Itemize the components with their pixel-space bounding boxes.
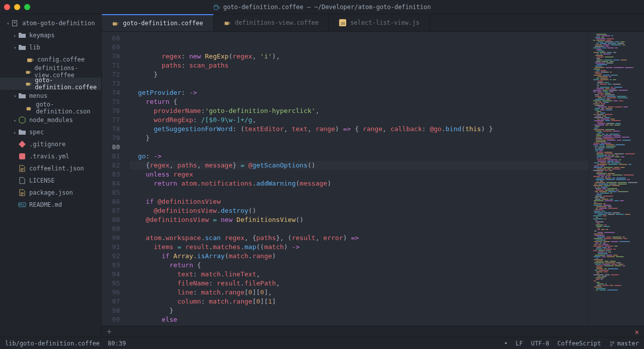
code-line[interactable] [130,224,589,234]
tree-item-README-md[interactable]: README.md [0,199,101,211]
status-language[interactable]: CoffeeScript [557,340,601,347]
folder-icon [18,128,26,136]
tree-item--travis-yml[interactable]: .travis.yml [0,150,101,162]
code-line[interactable]: } [130,134,589,143]
tab-goto-definition-coffee[interactable]: goto-definition.coffee [102,14,214,31]
status-line-ending[interactable]: LF [516,340,523,347]
tree-item-spec[interactable]: ▸spec [0,126,101,138]
line-number: 68 [102,34,120,43]
code-line[interactable]: return atom.notifications.addWarning(mes… [130,179,589,188]
tree-item-config-coffee[interactable]: config.coffee [0,53,101,66]
line-number: 91 [102,243,120,252]
code-line[interactable]: @definitionsView.destroy() [130,206,589,215]
tree-item-label: keymaps [29,32,55,39]
coffee-icon [213,4,220,11]
tree-root[interactable]: ▾ atom-goto-definition [0,17,101,29]
code-line[interactable]: return { [130,97,589,106]
line-number: 93 [102,261,120,270]
code-content[interactable]: regex: new RegExp(regex, 'i'), paths: sc… [126,32,589,326]
tree-item-menus[interactable]: ▾menus [0,90,101,102]
tree-item-label: goto-definition.coffee [35,77,101,91]
code-line[interactable]: items = result.matches.map((match) -> [130,243,589,252]
line-number: 82 [102,161,120,170]
file-tree-sidebar[interactable]: ▾ atom-goto-definition ▸keymaps▾lib conf… [0,14,102,337]
line-number: 84 [102,179,120,188]
tab-bar[interactable]: goto-definition.coffeedefinitions-view.c… [102,14,644,32]
line-number: 85 [102,188,120,197]
chevron-icon: ▸ [12,130,18,135]
line-number: 95 [102,279,120,288]
tree-item-keymaps[interactable]: ▸keymaps [0,29,101,41]
tree-item-package-json[interactable]: package.json [0,187,101,199]
code-line[interactable]: line: match.range[0][0], [130,288,589,297]
status-git-branch[interactable]: master [609,340,639,347]
code-line[interactable]: all_lines = match.match.input.split(/\r\… [130,324,589,326]
folder-icon [18,31,26,39]
line-number: 96 [102,288,120,297]
status-modified-dot: • [504,340,507,347]
code-line[interactable]: regex: new RegExp(regex, 'i'), [130,52,589,61]
code-line[interactable]: else [130,315,589,324]
code-line[interactable]: atom.workspace.scan regex, {paths}, (res… [130,234,589,243]
code-line[interactable]: if Array.isArray(match.range) [130,252,589,261]
tree-item-goto-definition-cson[interactable]: goto-definition.cson [0,102,101,114]
code-line[interactable]: if @definitionsView [130,197,589,206]
svg-rect-2 [26,83,30,86]
code-line[interactable]: getSuggestionForWord: (textEditor, text,… [130,125,589,134]
code-line[interactable] [130,188,589,197]
code-line[interactable]: providerName:'goto-definition-hyperclick… [130,106,589,115]
tree-item-goto-definition-coffee[interactable]: goto-definition.coffee [0,78,101,90]
line-number: 90 [102,234,120,243]
editor-area: goto-definition.coffeedefinitions-view.c… [102,14,644,337]
line-number: 87 [102,206,120,215]
tab-definitions-view-coffee[interactable]: definitions-view.coffee [214,14,329,31]
code-line[interactable]: text: match.lineText, [130,270,589,279]
tab-select-list-view-js[interactable]: JSselect-list-view.js [329,14,430,31]
close-panel-button[interactable]: ✕ [635,328,639,336]
tree-item-label: lib [29,44,40,51]
code-line[interactable]: paths: scan_paths [130,61,589,70]
code-line[interactable]: unless regex [130,170,589,179]
status-file-path[interactable]: lib/goto-definition.coffee [5,340,100,347]
git-icon [18,140,26,148]
code-line[interactable]: fileName: result.filePath, [130,279,589,288]
code-line[interactable]: getProvider: -> [130,88,589,97]
status-cursor-position[interactable]: 80:39 [108,340,126,347]
line-number: 94 [102,270,120,279]
code-line[interactable]: wordRegExp: /[$0-9\w-]+/g, [130,115,589,125]
window-maximize-button[interactable] [24,4,30,10]
chevron-icon: ▾ [12,93,18,99]
tree-item-coffeelint-json[interactable]: coffeelint.json [0,162,101,174]
tree-item-node_modules[interactable]: ▸node_modules [0,114,101,126]
tree-item-definitions-view-coffee[interactable]: definitions-view.coffee [0,66,101,78]
bottom-tab-row: + ✕ [102,326,644,337]
code-line[interactable] [130,79,589,88]
window-minimize-button[interactable] [14,4,20,10]
tree-item-label: README.md [29,201,62,208]
tree-item-LICENSE[interactable]: LICENSE [0,174,101,187]
window-close-button[interactable] [4,4,10,10]
window-title: goto-definition.coffee — ~/Developer/ato… [223,4,431,11]
traffic-lights [4,4,30,10]
tree-item-label: .gitignore [29,141,66,148]
tree-item-label: .travis.yml [29,153,69,160]
js-icon: JS [339,19,346,26]
main-area: ▾ atom-goto-definition ▸keymaps▾lib conf… [0,14,644,337]
code-line[interactable] [130,143,589,152]
code-line[interactable]: } [130,306,589,315]
add-tab-button[interactable]: + [107,327,112,336]
code-line[interactable]: } [130,70,589,79]
repo-icon [11,19,19,27]
code-line[interactable]: column: match.range[0][1] [130,297,589,306]
code-line[interactable]: return { [130,261,589,270]
code-line[interactable]: {regex, paths, message} = @getScanOption… [130,161,589,170]
minimap[interactable] [589,32,644,326]
code-line[interactable]: go: -> [130,152,589,161]
code-line[interactable]: @definitionsView = new DefinitionsView() [130,215,589,224]
cson-icon [26,104,33,112]
tree-item-lib[interactable]: ▾lib [0,41,101,53]
status-encoding[interactable]: UTF-8 [531,340,549,347]
line-number: 99 [102,315,120,324]
tree-item--gitignore[interactable]: .gitignore [0,138,101,150]
editor-body[interactable]: 6869707172737475767778798081828384858687… [102,32,644,326]
